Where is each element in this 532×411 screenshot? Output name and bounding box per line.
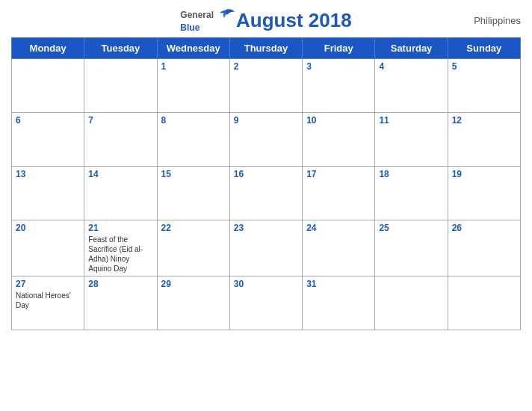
- calendar-cell: 3: [303, 59, 375, 113]
- logo-blue: Blue: [180, 22, 200, 33]
- day-number: 29: [161, 279, 226, 289]
- logo-bird-icon: [214, 7, 236, 22]
- day-number: 1: [161, 61, 226, 72]
- calendar-week-row: 2021Feast of the Sacrifice (Eid al-Adha)…: [12, 220, 521, 276]
- calendar-cell: [12, 59, 84, 113]
- day-number: 8: [161, 115, 226, 126]
- calendar-cell: 11: [375, 113, 448, 167]
- calendar-cell: 10: [303, 113, 375, 167]
- header-tuesday: Tuesday: [84, 38, 157, 59]
- calendar-cell: 9: [229, 113, 302, 167]
- calendar-cell: 7: [84, 113, 157, 167]
- calendar-cell: 24: [303, 220, 375, 276]
- header-thursday: Thursday: [229, 38, 302, 59]
- calendar-cell: 6: [12, 113, 84, 167]
- calendar-cell: 15: [157, 167, 229, 220]
- day-number: 17: [306, 169, 371, 179]
- calendar-cell: 12: [448, 113, 520, 167]
- day-number: 7: [88, 115, 152, 126]
- day-number: 16: [234, 169, 298, 179]
- logo-general: General: [180, 10, 214, 20]
- day-number: 19: [452, 169, 516, 179]
- calendar-cell: [448, 276, 520, 330]
- day-number: 31: [306, 279, 371, 289]
- calendar-week-row: 12345: [12, 59, 521, 113]
- header-wednesday: Wednesday: [157, 38, 229, 59]
- calendar-cell: 17: [303, 167, 375, 220]
- calendar-header: General Blue August 2018 Philippines: [11, 7, 521, 33]
- calendar-cell: 2: [229, 59, 302, 113]
- header-sunday: Sunday: [448, 38, 520, 59]
- calendar-cell: 14: [84, 167, 157, 220]
- day-number: 11: [379, 115, 443, 126]
- day-number: 13: [16, 169, 80, 179]
- day-number: 25: [379, 223, 443, 233]
- day-number: 14: [88, 169, 152, 179]
- day-number: 2: [234, 61, 298, 72]
- holiday-text: Feast of the Sacrifice (Eid al-Adha) Nin…: [88, 235, 152, 274]
- calendar-cell: [375, 276, 448, 330]
- day-number: 3: [306, 61, 371, 72]
- calendar-cell: 19: [448, 167, 520, 220]
- day-number: 15: [161, 169, 226, 179]
- day-number: 18: [379, 169, 443, 179]
- header-monday: Monday: [12, 38, 84, 59]
- header-friday: Friday: [303, 38, 375, 59]
- day-number: 24: [306, 223, 371, 233]
- calendar-cell: 13: [12, 167, 84, 220]
- calendar-cell: 25: [375, 220, 448, 276]
- calendar-cell: 29: [157, 276, 229, 330]
- calendar-cell: 22: [157, 220, 229, 276]
- calendar-table: Monday Tuesday Wednesday Thursday Friday…: [11, 37, 521, 330]
- calendar-cell: 31: [303, 276, 375, 330]
- calendar-cell: 23: [229, 220, 302, 276]
- day-number: 30: [234, 279, 298, 289]
- holiday-text: National Heroes' Day: [16, 291, 80, 310]
- calendar-title: August 2018: [236, 9, 352, 32]
- calendar-cell: 21Feast of the Sacrifice (Eid al-Adha) N…: [84, 220, 157, 276]
- day-number: 6: [16, 115, 80, 126]
- header-saturday: Saturday: [375, 38, 448, 59]
- calendar-week-row: 6789101112: [12, 113, 521, 167]
- calendar-cell: 8: [157, 113, 229, 167]
- calendar-container: General Blue August 2018 Philippines Mon…: [0, 0, 532, 338]
- calendar-cell: 4: [375, 59, 448, 113]
- calendar-cell: [84, 59, 157, 113]
- calendar-week-row: 13141516171819: [12, 167, 521, 220]
- day-number: 27: [16, 279, 80, 289]
- weekday-header-row: Monday Tuesday Wednesday Thursday Friday…: [12, 38, 521, 59]
- day-number: 10: [306, 115, 371, 126]
- day-number: 20: [16, 223, 80, 233]
- calendar-cell: 26: [448, 220, 520, 276]
- logo: General Blue: [180, 7, 236, 33]
- calendar-cell: 5: [448, 59, 520, 113]
- calendar-cell: 27National Heroes' Day: [12, 276, 84, 330]
- calendar-cell: 1: [157, 59, 229, 113]
- calendar-cell: 30: [229, 276, 302, 330]
- country-label: Philippines: [474, 15, 521, 26]
- day-number: 22: [161, 223, 226, 233]
- day-number: 12: [452, 115, 516, 126]
- day-number: 21: [88, 223, 152, 233]
- calendar-week-row: 27National Heroes' Day28293031: [12, 276, 521, 330]
- calendar-cell: 20: [12, 220, 84, 276]
- day-number: 4: [379, 61, 443, 72]
- day-number: 9: [234, 115, 298, 126]
- day-number: 26: [452, 223, 516, 233]
- day-number: 23: [234, 223, 298, 233]
- day-number: 5: [452, 61, 516, 72]
- calendar-cell: 16: [229, 167, 302, 220]
- calendar-cell: 18: [375, 167, 448, 220]
- day-number: 28: [88, 279, 152, 289]
- calendar-cell: 28: [84, 276, 157, 330]
